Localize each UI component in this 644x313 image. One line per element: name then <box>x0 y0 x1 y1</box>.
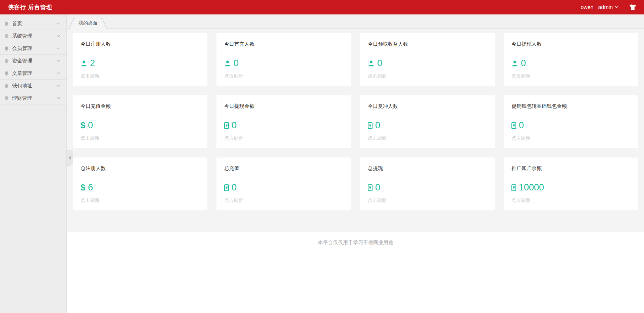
card-number: 6 <box>88 183 93 192</box>
card-value: ¥ 0 <box>224 183 237 192</box>
person-icon <box>368 60 375 67</box>
card-title: 总注册人数 <box>81 165 106 172</box>
skin-shirt-icon[interactable] <box>629 4 637 10</box>
sidebar-nav: 首页 系统管理 会员管理 资金管理 文章管理 钱包地址 <box>0 14 67 313</box>
card-number: 0 <box>521 59 526 68</box>
card-title: 今日提现人数 <box>511 41 542 47</box>
top-bar: 侠客行 后台管理 owen admin <box>0 0 644 14</box>
card-number: 0 <box>375 183 380 192</box>
sidebar-item-home[interactable]: 首页 <box>0 17 66 30</box>
document-icon <box>4 83 9 88</box>
sidebar-item-label: 会员管理 <box>12 45 32 52</box>
dollar-icon: $ <box>81 121 85 130</box>
card-value: 0 <box>511 59 526 68</box>
sidebar-item-label: 资金管理 <box>12 58 32 64</box>
document-icon <box>4 71 9 76</box>
card-title: 促销钱包转基础钱包金额 <box>511 103 567 109</box>
triangle-left-icon <box>68 156 71 160</box>
refresh-link[interactable]: 点击刷新 <box>511 135 530 141</box>
card-value: $ 6 <box>81 183 93 192</box>
card-value: ¥ 0 <box>368 183 380 192</box>
sidebar-item-finance[interactable]: 理财管理 <box>0 92 66 104</box>
stat-card-today-withdraw-users: 今日提现人数 0 点击刷新 <box>504 33 638 86</box>
stat-card-grid: 今日注册人数 2 点击刷新 今日首充人数 0 点击刷新 今日领取收益人数 <box>73 33 638 210</box>
stat-card-total-withdraw: 总提现 ¥ 0 点击刷新 <box>360 158 495 210</box>
stat-card-total-registered: 总注册人数 $ 6 点击刷新 <box>73 158 207 210</box>
card-title: 今日首充人数 <box>224 41 254 47</box>
card-value: ¥ 10000 <box>511 183 544 192</box>
card-title: 今日注册人数 <box>81 41 111 47</box>
sidebar-item-funds[interactable]: 资金管理 <box>0 55 66 67</box>
card-value: ¥ 0 <box>368 121 380 130</box>
sidebar-item-members[interactable]: 会员管理 <box>0 42 66 55</box>
stat-card-today-withdraw-amount: 今日提现金额 ¥ 0 点击刷新 <box>216 95 351 148</box>
document-icon <box>4 58 9 63</box>
bill-icon: ¥ <box>224 122 229 129</box>
card-number: 0 <box>375 121 380 130</box>
person-icon <box>81 60 87 67</box>
sidebar-item-label: 系统管理 <box>12 33 32 39</box>
sidebar-item-label: 理财管理 <box>12 95 32 101</box>
card-number: 0 <box>519 121 524 130</box>
bill-icon: ¥ <box>368 184 373 191</box>
chevron-down-icon <box>56 34 60 38</box>
app-title: 侠客行 后台管理 <box>8 3 52 11</box>
stat-card-promo-account-balance: 推广账户余额 ¥ 10000 点击刷新 <box>504 158 638 210</box>
caret-down-icon <box>614 4 619 10</box>
footer: 本平台仅仅用于学习不做商业用途 <box>67 232 644 313</box>
tab-label: 我的桌面 <box>69 18 107 29</box>
card-value: 0 <box>368 59 382 68</box>
card-number: 2 <box>90 59 95 68</box>
username-link[interactable]: owen <box>581 4 593 10</box>
dashboard-content: 今日注册人数 2 点击刷新 今日首充人数 0 点击刷新 今日领取收益人数 <box>67 29 644 232</box>
document-icon <box>4 96 9 101</box>
refresh-link[interactable]: 点击刷新 <box>224 73 243 79</box>
card-value: $ 0 <box>81 121 93 130</box>
sidebar-collapse-handle[interactable] <box>67 150 73 166</box>
tab-my-desktop[interactable]: 我的桌面 <box>69 18 107 29</box>
card-title: 总充值 <box>224 165 239 172</box>
card-title: 今日领取收益人数 <box>368 41 408 47</box>
tab-bar: 我的桌面 <box>67 14 644 29</box>
user-menu[interactable]: admin <box>598 4 619 10</box>
bill-icon: ¥ <box>511 184 516 191</box>
admin-dashboard: 侠客行 后台管理 owen admin 首页 系统管理 <box>0 0 644 313</box>
chevron-down-icon <box>56 84 60 88</box>
refresh-link[interactable]: 点击刷新 <box>368 135 387 141</box>
refresh-link[interactable]: 点击刷新 <box>81 135 99 141</box>
stat-card-today-recharge-again: 今日复冲人数 ¥ 0 点击刷新 <box>360 95 495 148</box>
refresh-link[interactable]: 点击刷新 <box>368 197 387 204</box>
card-number: 0 <box>234 59 239 68</box>
chevron-down-icon <box>56 71 60 75</box>
chevron-down-icon <box>56 59 60 63</box>
stat-card-promo-transfer-amount: 促销钱包转基础钱包金额 ¥ 0 点击刷新 <box>504 95 638 148</box>
person-icon <box>224 60 231 67</box>
refresh-link[interactable]: 点击刷新 <box>511 73 530 79</box>
dollar-icon: $ <box>81 183 85 192</box>
refresh-link[interactable]: 点击刷新 <box>81 197 99 204</box>
stat-card-today-recharge-amount: 今日充值金额 $ 0 点击刷新 <box>73 95 207 148</box>
refresh-link[interactable]: 点击刷新 <box>511 197 530 204</box>
refresh-link[interactable]: 点击刷新 <box>224 197 243 204</box>
refresh-link[interactable]: 点击刷新 <box>224 135 243 141</box>
card-title: 今日提现金额 <box>224 103 254 109</box>
sidebar-item-system[interactable]: 系统管理 <box>0 30 66 42</box>
card-title: 今日复冲人数 <box>368 103 398 109</box>
document-icon <box>4 46 9 51</box>
sidebar-item-label: 首页 <box>12 20 22 27</box>
refresh-link[interactable]: 点击刷新 <box>368 73 387 79</box>
person-icon <box>511 60 518 67</box>
card-value: ¥ 0 <box>224 121 237 130</box>
card-number: 0 <box>232 121 237 130</box>
document-icon <box>4 34 9 39</box>
card-title: 总提现 <box>368 165 383 172</box>
sidebar-item-articles[interactable]: 文章管理 <box>0 67 66 80</box>
card-value: ¥ 0 <box>511 121 524 130</box>
refresh-link[interactable]: 点击刷新 <box>81 73 99 79</box>
bill-icon: ¥ <box>368 122 373 129</box>
card-number: 0 <box>232 183 237 192</box>
top-bar-right: owen admin <box>581 4 637 10</box>
sidebar-item-wallet-address[interactable]: 钱包地址 <box>0 80 66 92</box>
card-number: 0 <box>377 59 382 68</box>
sidebar-item-label: 钱包地址 <box>12 83 32 89</box>
